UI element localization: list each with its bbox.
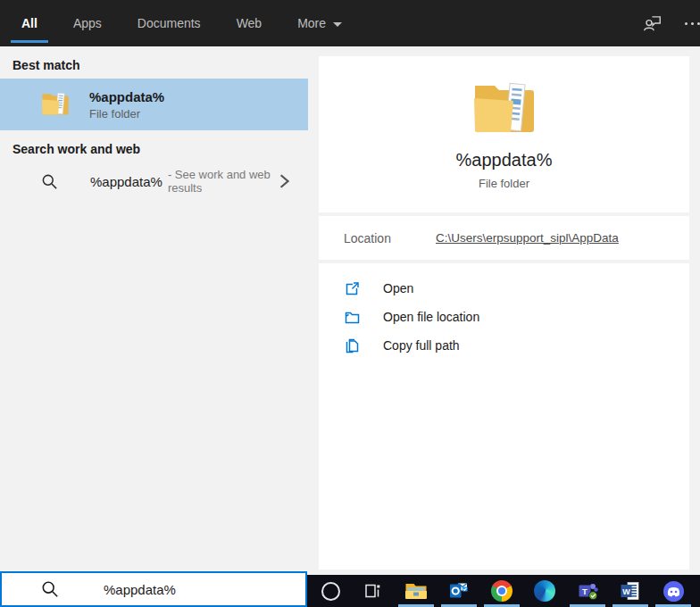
windows-search-flyout: All Apps Documents Web More Best match (0, 0, 700, 607)
web-search-query: %appdata% (90, 174, 162, 189)
tab-more[interactable]: More (287, 0, 353, 46)
teams-button[interactable]: T (566, 575, 609, 607)
open-icon (344, 280, 361, 297)
word-icon: W (620, 580, 641, 602)
open-file-location-icon (344, 309, 361, 326)
location-label: Location (344, 231, 436, 245)
more-options-icon[interactable] (685, 22, 688, 25)
file-explorer-icon (404, 580, 428, 602)
action-copy-full-path[interactable]: Copy full path (319, 331, 689, 360)
edge-icon (534, 580, 555, 602)
chevron-down-icon (333, 22, 342, 27)
task-view-icon (363, 581, 383, 601)
actions-card: Open Open file location Copy full path (319, 263, 689, 570)
search-icon (41, 173, 58, 190)
tab-documents[interactable]: Documents (127, 0, 212, 46)
action-open-file-location[interactable]: Open file location (319, 303, 689, 331)
svg-text:T: T (582, 586, 588, 596)
results-panel: Best match %appdata% File folder (0, 46, 308, 571)
cortana-button[interactable] (309, 575, 352, 607)
edge-button[interactable] (523, 575, 566, 607)
discord-icon (662, 580, 685, 603)
detail-subtitle: File folder (319, 177, 689, 190)
web-search-header: Search work and web (12, 141, 308, 157)
action-label: Copy full path (383, 338, 460, 353)
task-view-button[interactable] (352, 575, 395, 607)
tab-web[interactable]: Web (226, 0, 273, 46)
best-match-result[interactable]: %appdata% File folder (0, 79, 308, 130)
feedback-icon[interactable] (642, 12, 663, 34)
action-label: Open (383, 281, 413, 295)
action-label: Open file location (383, 310, 479, 324)
detail-title: %appdata% (319, 150, 689, 170)
chrome-icon (491, 580, 512, 602)
svg-text:W: W (622, 587, 630, 596)
discord-button[interactable] (652, 575, 695, 607)
detail-panel: %appdata% File folder Location C:\Users\… (308, 46, 700, 575)
copy-icon (344, 337, 361, 354)
outlook-icon (448, 580, 470, 602)
folder-icon-large (319, 79, 689, 139)
word-button[interactable]: W (609, 575, 652, 607)
search-icon (41, 580, 59, 598)
location-link[interactable]: C:\Users\erpsupport_sipl\AppData (436, 231, 619, 245)
best-match-title: %appdata% (89, 89, 164, 104)
chrome-button[interactable] (480, 575, 523, 607)
search-filter-bar: All Apps Documents Web More (0, 0, 700, 46)
file-explorer-button[interactable] (395, 575, 438, 607)
tab-all[interactable]: All (11, 0, 48, 46)
tab-apps[interactable]: Apps (62, 0, 112, 46)
detail-card: %appdata% File folder (319, 56, 689, 212)
best-match-subtitle: File folder (89, 107, 164, 121)
search-input-value: %appdata% (104, 582, 176, 597)
outlook-button[interactable] (438, 575, 480, 607)
filter-tabs: All Apps Documents Web More (0, 0, 367, 46)
chevron-right-icon (278, 173, 290, 189)
topbar-icons (642, 0, 700, 46)
web-search-result[interactable]: %appdata% - See work and web results (0, 164, 308, 198)
teams-icon: T (577, 580, 599, 602)
folder-icon (41, 90, 70, 119)
location-row: Location C:\Users\erpsupport_sipl\AppDat… (319, 216, 689, 260)
action-open[interactable]: Open (319, 274, 689, 303)
cortana-icon (321, 582, 340, 601)
web-search-suffix: - See work and web results (168, 168, 278, 195)
taskbar: T W (307, 575, 700, 607)
best-match-header: Best match (12, 57, 308, 73)
search-input[interactable]: %appdata% (0, 571, 307, 607)
